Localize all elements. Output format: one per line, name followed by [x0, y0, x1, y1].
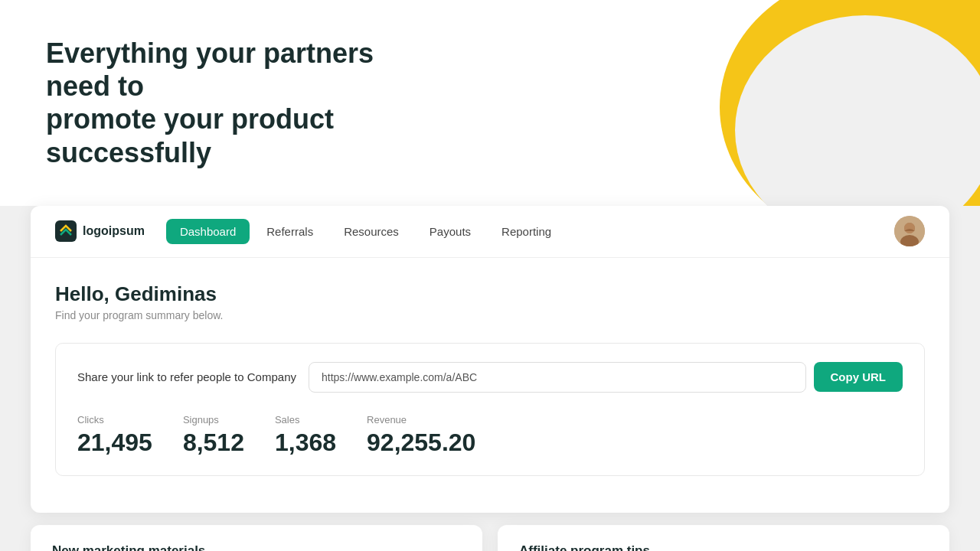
nav-item-dashboard[interactable]: Dashboard [166, 219, 250, 244]
greeting: Hello, Gediminas [55, 282, 925, 306]
bottom-cards: New marketing materials We have created … [31, 525, 949, 551]
share-input-group: Copy URL [309, 362, 903, 393]
share-label: Share your link to refer people to Compa… [77, 370, 296, 383]
stat-sales-value: 1,368 [275, 429, 336, 457]
avatar-image [894, 216, 925, 246]
stat-signups-label: Signups [183, 414, 244, 425]
share-section: Share your link to refer people to Compa… [55, 343, 925, 476]
stat-signups: Signups 8,512 [183, 414, 244, 457]
stat-sales: Sales 1,368 [275, 414, 336, 457]
bottom-card-marketing: New marketing materials We have created … [31, 525, 482, 551]
greeting-sub: Find your program summary below. [55, 309, 925, 321]
stat-revenue-label: Revenue [367, 414, 475, 425]
stat-sales-label: Sales [275, 414, 336, 425]
stat-clicks-value: 21,495 [77, 429, 152, 457]
bottom-card-tips: Affiliate program tips Our partners shar… [498, 525, 949, 551]
tips-card-title: Affiliate program tips [519, 543, 928, 551]
avatar[interactable] [894, 216, 925, 246]
share-row: Share your link to refer people to Compa… [77, 362, 903, 393]
svg-rect-0 [55, 220, 77, 242]
nav-item-payouts[interactable]: Payouts [416, 219, 485, 244]
main-card: logoipsum Dashboard Referrals Resources … [31, 206, 949, 513]
navigation: logoipsum Dashboard Referrals Resources … [31, 206, 949, 258]
nav-items: Dashboard Referrals Resources Payouts Re… [166, 219, 891, 244]
hero-section: Everything your partners need to promote… [0, 0, 980, 206]
stat-clicks: Clicks 21,495 [77, 414, 152, 457]
logo-icon [55, 220, 77, 242]
share-url-input[interactable] [309, 362, 806, 393]
stats-row: Clicks 21,495 Signups 8,512 Sales 1,368 … [77, 414, 903, 457]
stat-clicks-label: Clicks [77, 414, 152, 425]
marketing-card-title: New marketing materials [52, 543, 461, 551]
nav-item-referrals[interactable]: Referrals [253, 219, 327, 244]
stat-revenue: Revenue 92,255.20 [367, 414, 475, 457]
dashboard-content: Hello, Gediminas Find your program summa… [31, 258, 949, 513]
svg-point-4 [904, 223, 915, 233]
hero-text: Everything your partners need to promote… [46, 37, 934, 206]
nav-item-reporting[interactable]: Reporting [488, 219, 565, 244]
stat-revenue-value: 92,255.20 [367, 429, 475, 457]
copy-url-button[interactable]: Copy URL [814, 362, 903, 392]
logo: logoipsum [55, 220, 145, 242]
stat-signups-value: 8,512 [183, 429, 244, 457]
page-wrapper: Everything your partners need to promote… [0, 0, 980, 551]
hero-title: Everything your partners need to promote… [46, 37, 444, 169]
nav-item-resources[interactable]: Resources [330, 219, 413, 244]
logo-text: logoipsum [83, 224, 145, 238]
